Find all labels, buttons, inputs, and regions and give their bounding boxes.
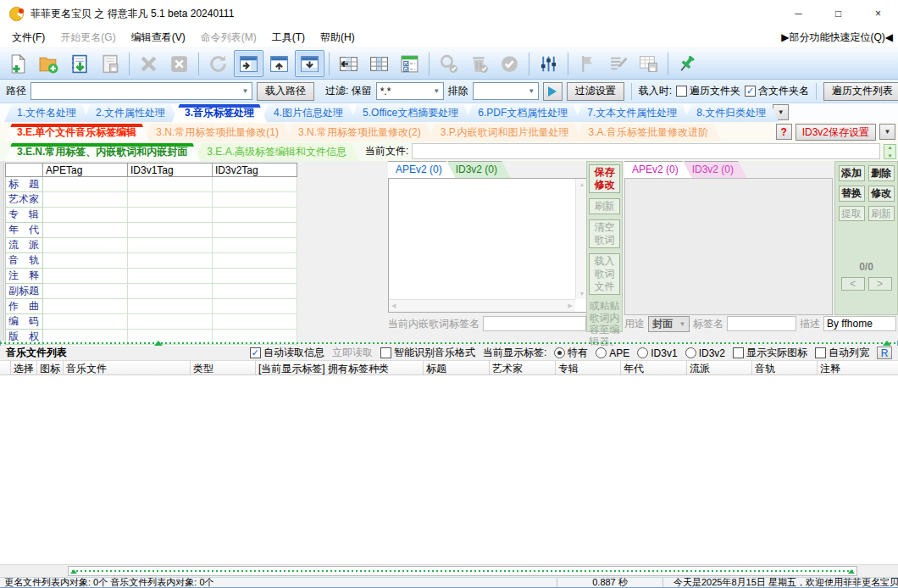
chevron-down-icon[interactable] — [430, 87, 443, 95]
radio-icon[interactable] — [554, 347, 565, 358]
exclude-combobox[interactable] — [473, 82, 539, 100]
r-button[interactable]: R — [877, 347, 892, 359]
quick-locate-label[interactable]: ▶部分功能快速定位(Q)◀ — [781, 31, 893, 45]
new-file-button[interactable] — [3, 50, 33, 77]
chevron-down-icon[interactable] — [676, 320, 689, 328]
tab-batch-modify-1[interactable]: 3.N.常用标签项批量修改(1) — [143, 124, 291, 141]
scroll-right-icon[interactable] — [568, 302, 573, 309]
scroll-up-icon[interactable] — [579, 181, 585, 187]
tab-file-classify[interactable]: 8.文件归类处理 — [684, 104, 779, 122]
usage-select[interactable]: 封面 — [648, 316, 690, 332]
tag-col-id3v2[interactable]: ID3v2Tag — [213, 164, 297, 177]
header-album[interactable]: 专辑 — [556, 361, 621, 374]
left-splitter[interactable] — [0, 161, 4, 341]
tab-pdf-attributes[interactable]: 6.PDF文档属性处理 — [465, 104, 580, 122]
panel-right-button[interactable] — [234, 50, 263, 77]
tag-option-id3v2-radio[interactable]: ID3v2 — [685, 347, 725, 359]
load-list-button[interactable] — [64, 50, 94, 77]
tab-common-tags-lyrics-cover[interactable]: 3.E.N.常用标签、内嵌歌词和内嵌封面 — [4, 143, 200, 161]
checkbox-checked-icon[interactable] — [250, 347, 261, 358]
pin-button[interactable] — [673, 50, 702, 77]
header-tag-kinds[interactable]: [当前显示标签] 拥有标签种类 — [256, 361, 424, 374]
header-icon[interactable]: 图标 — [37, 361, 64, 374]
smart-detect-checkbox[interactable]: 智能识别音乐格式 — [380, 346, 475, 360]
checkbox-icon[interactable] — [380, 347, 391, 358]
checkbox-icon[interactable] — [676, 86, 687, 97]
header-track[interactable]: 音轨 — [752, 361, 818, 374]
header-genre[interactable]: 流派 — [687, 361, 752, 374]
current-file-scrollbar[interactable] — [884, 144, 896, 159]
help-button[interactable]: ? — [776, 124, 792, 140]
traverse-folders-checkbox[interactable]: 遍历文件夹 — [676, 84, 740, 98]
tab-image-info[interactable]: 4.图片信息处理 — [261, 104, 356, 122]
radio-icon[interactable] — [685, 347, 696, 358]
cover-tab-id3v2[interactable]: ID3v2 (0) — [685, 161, 747, 178]
tab-lyrics-image-batch[interactable]: 3.P.内嵌歌词和图片批量处理 — [428, 124, 582, 141]
cover-tagname-input[interactable] — [727, 316, 796, 331]
load-path-button[interactable]: 载入路径 — [257, 82, 314, 101]
tab-file-attributes[interactable]: 2.文件属性处理 — [83, 104, 178, 122]
auto-read-checkbox[interactable]: 自动读取信息 — [250, 346, 324, 360]
header-select[interactable]: 选择 — [11, 361, 37, 374]
radio-icon[interactable] — [637, 347, 648, 358]
replace-cover-button[interactable]: 替换 — [839, 186, 865, 202]
music-list-body[interactable] — [0, 375, 898, 565]
chevron-down-icon[interactable] — [239, 87, 252, 95]
tag-option-ape-radio[interactable]: APE — [596, 347, 629, 359]
tab-batch-modify-2[interactable]: 3.N.常用标签项批量修改(2) — [285, 124, 434, 141]
scroll-up-icon[interactable] — [888, 145, 893, 150]
radio-icon[interactable] — [596, 347, 607, 358]
header-title[interactable]: 标题 — [424, 361, 490, 374]
tag-col-apetag[interactable]: APETag — [43, 164, 128, 177]
cover-tab-apev2[interactable]: APEv2 (0) — [624, 161, 692, 178]
checkbox-icon[interactable] — [733, 347, 744, 358]
header-music-file[interactable]: 音乐文件 — [64, 361, 191, 374]
menu-edit-view[interactable]: 编辑查看(V) — [124, 27, 193, 48]
lyrics-tab-id3v2[interactable]: ID3v2 (0) — [448, 161, 511, 178]
table-move-left-button[interactable] — [334, 50, 363, 77]
scroll-down-icon[interactable] — [888, 153, 893, 158]
id3v2-save-settings-button[interactable]: ID3v2保存设置 — [795, 124, 876, 141]
checkbox-icon[interactable] — [815, 347, 826, 358]
close-button[interactable]: × — [858, 0, 898, 27]
filter-combobox[interactable]: *.* — [376, 82, 444, 100]
lyrics-hscrollbar[interactable] — [389, 299, 575, 312]
scroll-down-icon[interactable] — [579, 291, 585, 297]
lyrics-tab-apev2[interactable]: APEv2 (0) — [388, 161, 456, 178]
tabs2-dropdown-button[interactable] — [879, 124, 895, 140]
panel-top-button[interactable] — [264, 50, 294, 77]
include-folder-name-checkbox[interactable]: 含文件夹名 — [745, 84, 809, 98]
tag-option-native-radio[interactable]: 特有 — [554, 346, 588, 360]
header-comment[interactable]: 注释 — [818, 361, 898, 374]
auto-width-checkbox[interactable]: 自动列宽 — [815, 346, 869, 360]
tag-col-id3v1[interactable]: ID3v1Tag — [128, 164, 213, 177]
tab-advanced-tag-edit[interactable]: 3.E.A.高级标签编辑和文件信息 — [194, 143, 359, 161]
tab-single-file-tag-edit[interactable]: 3.E.单个文件音乐标签编辑 — [4, 124, 149, 141]
open-folder-button[interactable] — [34, 50, 64, 77]
tab-music-tags[interactable]: 3.音乐标签处理 — [172, 104, 267, 122]
tab-filename[interactable]: 1.文件名处理 — [4, 104, 89, 122]
traverse-file-list-button[interactable]: 遍历文件列表 — [823, 82, 898, 101]
tab-advanced-batch[interactable]: 3.A.音乐标签批量修改进阶 — [576, 124, 721, 141]
save-lyrics-button[interactable]: 保存修改 — [589, 164, 620, 193]
checkbox-checked-icon[interactable] — [745, 86, 756, 97]
header-artist[interactable]: 艺术家 — [490, 361, 556, 374]
show-real-icon-checkbox[interactable]: 显示实际图标 — [733, 346, 807, 360]
tab-office-summary[interactable]: 5.Office文档摘要处理 — [350, 104, 471, 122]
delete-cover-button[interactable]: 删除 — [868, 165, 895, 181]
table-columns-button[interactable] — [364, 50, 394, 77]
header-type[interactable]: 类型 — [191, 361, 256, 374]
apply-filter-button[interactable] — [543, 82, 563, 101]
modify-cover-button[interactable]: 修改 — [868, 186, 895, 202]
maximize-button[interactable]: □ — [818, 0, 858, 27]
tag-option-id3v1-radio[interactable]: ID3v1 — [637, 347, 677, 359]
header-year[interactable]: 年代 — [621, 361, 687, 374]
scroll-left-icon[interactable] — [391, 302, 396, 309]
checklist-button[interactable] — [395, 50, 424, 77]
tab-text-attributes[interactable]: 7.文本文件属性处理 — [574, 104, 690, 122]
desc-input[interactable]: By ffhome — [823, 316, 896, 331]
lyrics-textarea[interactable] — [388, 178, 589, 313]
chevron-down-icon[interactable] — [525, 87, 538, 95]
menu-help[interactable]: 帮助(H) — [313, 27, 363, 48]
panel-bottom-button[interactable] — [295, 50, 324, 77]
